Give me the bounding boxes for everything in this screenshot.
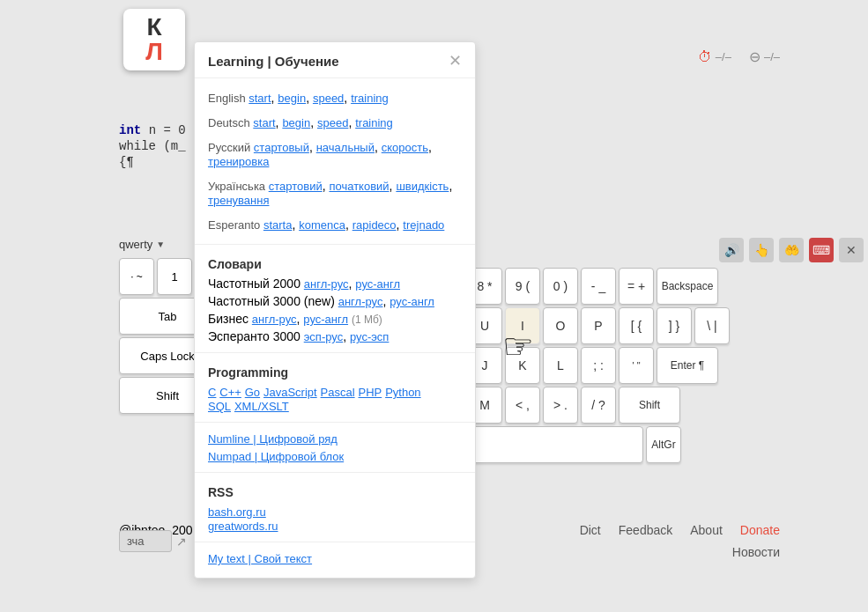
key-period[interactable]: > . [543, 387, 578, 424]
link-eo-trejnado[interactable]: trejnado [403, 218, 444, 232]
link-prog-cpp[interactable]: C++ [219, 386, 241, 399]
input-area: зча ↗ [119, 530, 187, 552]
key-comma[interactable]: < , [505, 387, 540, 424]
link-uk-begin[interactable]: початковий [329, 180, 389, 193]
link-de-training[interactable]: training [355, 116, 393, 129]
speed-item-1: ⏱ –/– [698, 49, 731, 65]
key-row-bot: M < , > . / ? Shift [467, 387, 864, 424]
link-eo-rapideco[interactable]: rapideco [352, 218, 397, 232]
link-mytext[interactable]: My text | Свой текст [208, 552, 312, 565]
link-en-speed[interactable]: speed [313, 92, 344, 105]
link-prog-js[interactable]: JavaScript [263, 386, 317, 399]
link-uk-training[interactable]: тренування [208, 194, 269, 207]
link-freq2000-en-ru[interactable]: англ-рус [304, 277, 349, 291]
dropdown-title: Learning | Обучение [208, 54, 339, 69]
link-en-begin[interactable]: begin [278, 92, 306, 105]
key-9[interactable]: 9 ( [505, 268, 540, 305]
key-quote[interactable]: ' " [619, 347, 654, 384]
logo-bottom-letter: Л [145, 40, 163, 64]
key-k[interactable]: K [505, 347, 540, 384]
link-ru-speed[interactable]: скорость [382, 141, 428, 154]
link-numpad[interactable]: Numpad | Цифровой блок [208, 450, 344, 463]
key-0[interactable]: 0 ) [543, 268, 578, 305]
kb-finger-icon[interactable]: 🤲 [779, 238, 804, 262]
link-de-speed[interactable]: speed [317, 116, 348, 129]
logo-top-letter: К [146, 15, 161, 40]
link-prog-php[interactable]: PHP [359, 386, 382, 399]
link-prog-xml[interactable]: XML/XSLT [234, 400, 289, 413]
dict-freq2000-label: Частотный 2000 [208, 277, 304, 291]
speed-value-1: –/– [716, 50, 731, 63]
link-bash[interactable]: bash.org.ru [208, 505, 266, 519]
key-dot-tilde[interactable]: · ~ [119, 258, 154, 295]
key-altgr[interactable]: AltGr [646, 426, 681, 463]
link-about[interactable]: About [690, 523, 723, 537]
link-freq2000-ru-en[interactable]: рус-англ [355, 277, 400, 291]
speed-indicators: ⏱ –/– ⊖ –/– [698, 48, 780, 65]
key-row-space: AltGr [467, 426, 864, 463]
link-donate[interactable]: Donate [740, 523, 780, 537]
lang-english: English [208, 92, 249, 105]
link-prog-c[interactable]: C [208, 386, 216, 399]
key-backslash[interactable]: \ | [694, 307, 730, 344]
link-dict[interactable]: Dict [580, 523, 601, 537]
dict-esp3000-label: Эсперанто 3000 [208, 329, 304, 343]
key-bracket-open[interactable]: [ { [619, 307, 654, 344]
link-uk-start[interactable]: стартовий [269, 180, 323, 193]
news-link[interactable]: Новости [732, 545, 780, 559]
kb-settings-icon[interactable]: ✕ [839, 238, 864, 262]
key-i[interactable]: I [505, 307, 540, 344]
key-p[interactable]: P [581, 307, 616, 344]
link-ru-begin[interactable]: начальный [316, 141, 375, 154]
key-bracket-close[interactable]: ] } [657, 307, 692, 344]
dictionaries-title: Словари [195, 252, 475, 275]
link-freq3000-en-ru[interactable]: англ-рус [338, 295, 383, 308]
link-greatwords[interactable]: greatwords.ru [208, 520, 278, 533]
speed-gauge-icon-1: ⏱ [698, 49, 712, 65]
link-ru-training[interactable]: тренировка [208, 155, 269, 168]
kb-hand-icon[interactable]: 👆 [749, 238, 774, 262]
link-en-training[interactable]: training [351, 92, 389, 105]
link-news[interactable]: Новости [732, 545, 780, 559]
link-prog-pascal[interactable]: Pascal [321, 386, 355, 399]
key-slash[interactable]: / ? [581, 387, 616, 424]
link-esp-ru[interactable]: эсп-рус [304, 330, 343, 343]
close-button[interactable]: ✕ [449, 53, 462, 69]
link-en-start[interactable]: start [249, 92, 271, 105]
key-shift-right[interactable]: Shift [619, 387, 680, 424]
link-ru-esp[interactable]: рус-эсп [350, 330, 389, 343]
link-freq3000-ru-en[interactable]: рус-англ [389, 295, 434, 308]
link-eo-komenca[interactable]: komenca [299, 218, 345, 232]
key-backspace[interactable]: Backspace [657, 268, 718, 305]
ukrainian-section: Українська стартовий, початковий, швидкі… [195, 173, 475, 212]
link-de-start[interactable]: start [253, 116, 275, 129]
link-biz-ru-en[interactable]: рус-англ [303, 313, 348, 326]
link-uk-speed[interactable]: швидкість [396, 180, 449, 193]
kb-sound-icon[interactable]: 🔊 [719, 238, 744, 262]
key-semicolon[interactable]: ; : [581, 347, 616, 384]
kb-layout-icon[interactable]: ⌨ [809, 238, 834, 262]
link-prog-sql[interactable]: SQL [208, 400, 231, 413]
key-row-numbers: 8 * 9 ( 0 ) - _ = + Backspace [467, 268, 864, 305]
key-minus[interactable]: - _ [581, 268, 616, 305]
link-prog-python[interactable]: Python [385, 386, 420, 399]
input-arrow-icon[interactable]: ↗ [176, 535, 187, 549]
link-ru-start[interactable]: стартовый [254, 141, 309, 154]
key-o[interactable]: O [543, 307, 578, 344]
key-enter[interactable]: Enter ¶ [657, 347, 718, 384]
key-1[interactable]: 1 [157, 258, 192, 295]
key-space[interactable] [467, 426, 643, 463]
link-eo-starta[interactable]: starta [263, 218, 293, 232]
link-de-begin[interactable]: begin [282, 116, 310, 129]
russian-section: Русский стартовый, начальный, скорость, … [195, 135, 475, 173]
link-biz-en-ru[interactable]: англ-рус [252, 313, 297, 326]
mytext-section: My text | Свой текст [195, 549, 475, 567]
key-equals[interactable]: = + [619, 268, 654, 305]
link-prog-go[interactable]: Go [245, 386, 260, 399]
input-box[interactable]: зча [119, 530, 172, 552]
link-feedback[interactable]: Feedback [619, 523, 672, 537]
key-row-mid: J K L ; : ' " Enter ¶ [467, 347, 864, 384]
link-numline[interactable]: Numline | Цифровой ряд [208, 432, 338, 446]
key-l[interactable]: L [543, 347, 578, 384]
dropdown-header: Learning | Обучение ✕ [195, 53, 475, 78]
